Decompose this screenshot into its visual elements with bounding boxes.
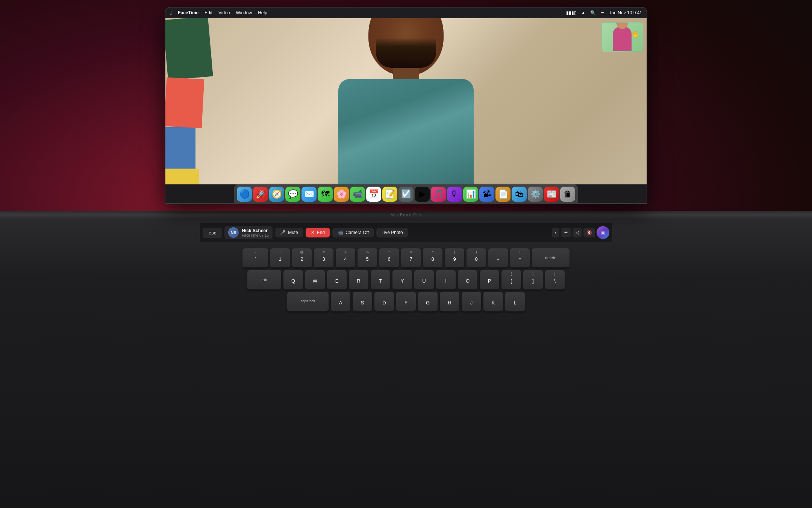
live-photo-button[interactable]: Live Photo xyxy=(376,228,408,237)
siri-button[interactable]: ◎ xyxy=(597,226,609,239)
macbook-label: MacBook Pro xyxy=(391,213,421,217)
menu-video[interactable]: Video xyxy=(218,10,230,15)
wifi-icon: ▲ xyxy=(581,10,586,15)
dock-icon-numbers[interactable]: 📊 xyxy=(463,187,478,202)
menu-help[interactable]: Help xyxy=(258,10,267,15)
key-bracket-left[interactable]: { [ xyxy=(501,270,521,290)
key-u[interactable]: U xyxy=(414,270,434,290)
key-capslock[interactable]: caps lock xyxy=(287,292,329,312)
pip-head xyxy=(616,22,628,29)
apple-menu[interactable]:  xyxy=(170,10,172,16)
camera-off-button[interactable]: 📹 Camera Off xyxy=(332,228,374,237)
key-h[interactable]: H xyxy=(440,292,459,312)
key-4[interactable]: $ 4 xyxy=(336,248,355,268)
key-e[interactable]: E xyxy=(327,270,347,290)
dock: 🔵 🚀 🧭 💬 ✉️ 🗺 🌸 📹 📅 📝 ☑️ ▶ 🎵 🎙 📊 📽 📄 🛍 ⚙️ xyxy=(234,184,578,203)
key-minus[interactable]: _ - xyxy=(488,248,508,268)
key-q[interactable]: Q xyxy=(283,270,303,290)
key-w[interactable]: W xyxy=(305,270,325,290)
key-3[interactable]: # 3 xyxy=(314,248,333,268)
siri-icon: ◎ xyxy=(601,230,605,236)
chevron-left-button[interactable]: ‹ xyxy=(552,228,559,237)
dock-icon-podcasts[interactable]: 🎙 xyxy=(447,187,462,202)
key-r[interactable]: R xyxy=(349,270,368,290)
key-1[interactable]: ! 1 xyxy=(270,248,290,268)
dock-icon-facetime[interactable]: 📹 xyxy=(350,187,365,202)
dock-icon-settings[interactable]: ⚙️ xyxy=(528,187,543,202)
brightness-button[interactable]: ☀ xyxy=(561,228,571,237)
mute-volume-button[interactable]: 🔇 xyxy=(583,228,595,237)
key-5[interactable]: % 5 xyxy=(358,248,377,268)
dock-icon-keynote[interactable]: 📽 xyxy=(479,187,494,202)
hinge: MacBook Pro xyxy=(0,211,812,219)
key-8[interactable]: * 8 xyxy=(423,248,442,268)
mute-volume-icon: 🔇 xyxy=(586,230,592,235)
key-9[interactable]: ( 9 xyxy=(445,248,464,268)
key-p[interactable]: P xyxy=(480,270,499,290)
dock-icon-reminders[interactable]: ☑️ xyxy=(398,187,414,202)
key-equals[interactable]: + = xyxy=(510,248,530,268)
key-s[interactable]: S xyxy=(353,292,372,312)
dock-icon-photos[interactable]: 🌸 xyxy=(334,187,349,202)
key-g[interactable]: G xyxy=(418,292,438,312)
dock-icon-pages[interactable]: 📄 xyxy=(495,187,511,202)
menu-facetime[interactable]: FaceTime xyxy=(178,10,198,15)
key-f[interactable]: F xyxy=(396,292,416,312)
dock-icon-appletv[interactable]: ▶ xyxy=(415,187,430,202)
call-info: FaceTime 07:15 xyxy=(242,233,269,237)
canvas-art-4 xyxy=(165,169,199,184)
key-i[interactable]: I xyxy=(436,270,456,290)
key-o[interactable]: O xyxy=(458,270,477,290)
key-delete[interactable]: delete xyxy=(532,248,570,268)
menu-edit[interactable]: Edit xyxy=(205,10,212,15)
menu-bar-right: ▮▮▮▯ ▲ 🔍 ☰ Tue Nov 10 9:41 xyxy=(566,10,642,15)
volume-down-button[interactable]: ◁ xyxy=(573,228,582,237)
dock-icon-calendar[interactable]: 📅 xyxy=(366,187,381,202)
dock-icon-launchpad[interactable]: 🚀 xyxy=(253,187,268,202)
key-2[interactable]: @ 2 xyxy=(292,248,312,268)
key-backslash[interactable]: | \ xyxy=(545,270,565,290)
control-center-icon[interactable]: ☰ xyxy=(600,10,604,15)
dock-icon-safari[interactable]: 🧭 xyxy=(269,187,284,202)
key-a[interactable]: A xyxy=(331,292,350,312)
camera-icon: 📹 xyxy=(338,230,343,235)
dock-icon-notes[interactable]: 📝 xyxy=(382,187,397,202)
dock-icon-appstore[interactable]: 🛍 xyxy=(512,187,527,202)
touch-bar-call-info: NS Nick Scheer FaceTime 07:15 xyxy=(224,226,273,239)
key-y[interactable]: Y xyxy=(392,270,412,290)
key-l[interactable]: L xyxy=(505,292,525,312)
person-beard xyxy=(376,38,436,68)
canvas-art-3 xyxy=(165,127,195,169)
mute-button[interactable]: 🎤 Mute xyxy=(275,228,303,237)
key-j[interactable]: J xyxy=(462,292,481,312)
menu-window[interactable]: Window xyxy=(236,10,252,15)
key-row-numbers: ~ ` ! 1 @ 2 # 3 $ 4 xyxy=(199,248,613,268)
key-0[interactable]: ) 0 xyxy=(467,248,486,268)
laptop-outer:  FaceTime Edit Video Window Help ▮▮▮▯ ▲… xyxy=(0,0,812,508)
pip-video[interactable]: 👋 xyxy=(601,22,643,52)
key-k[interactable]: K xyxy=(483,292,503,312)
key-7[interactable]: & 7 xyxy=(401,248,421,268)
key-6[interactable]: ^ 6 xyxy=(379,248,399,268)
esc-key[interactable]: esc xyxy=(203,228,222,238)
key-tab[interactable]: tab xyxy=(247,270,281,290)
dock-icon-news[interactable]: 📰 xyxy=(544,187,559,202)
main-video: 👋 xyxy=(165,18,647,184)
person-shirt xyxy=(338,79,474,184)
dock-icon-messages[interactable]: 💬 xyxy=(285,187,300,202)
pip-figure xyxy=(613,27,632,51)
contact-info-group: Nick Scheer FaceTime 07:15 xyxy=(242,228,269,237)
search-icon[interactable]: 🔍 xyxy=(590,10,596,15)
key-tilde[interactable]: ~ ` xyxy=(242,248,268,268)
dock-icon-finder[interactable]: 🔵 xyxy=(237,187,252,202)
dock-icon-trash[interactable]: 🗑 xyxy=(560,187,575,202)
key-d[interactable]: D xyxy=(374,292,394,312)
screen-bezel:  FaceTime Edit Video Window Help ▮▮▮▯ ▲… xyxy=(165,8,647,203)
dock-icon-music[interactable]: 🎵 xyxy=(431,187,446,202)
dock-icon-maps[interactable]: 🗺 xyxy=(318,187,333,202)
end-call-button[interactable]: ✕ End xyxy=(306,228,330,237)
key-row-asdf: caps lock A S D F G H J K L xyxy=(199,292,613,312)
key-bracket-right[interactable]: } ] xyxy=(523,270,543,290)
key-t[interactable]: T xyxy=(371,270,390,290)
dock-icon-mail[interactable]: ✉️ xyxy=(301,187,317,202)
